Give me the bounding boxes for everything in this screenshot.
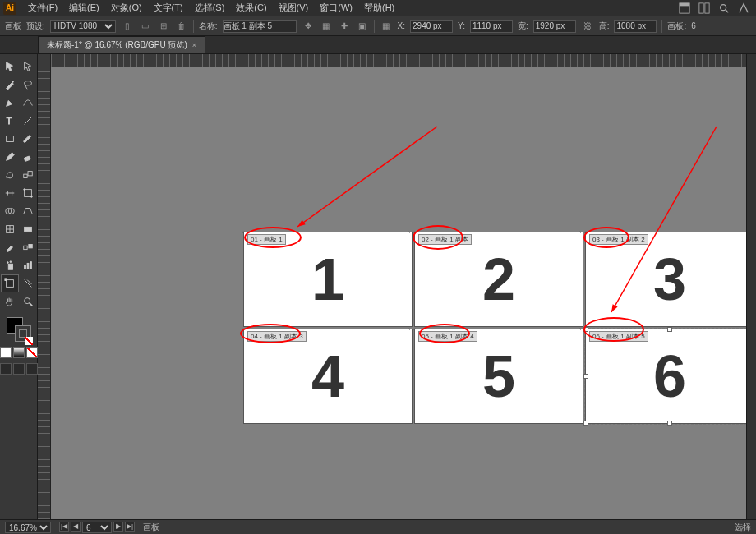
draw-normal-icon[interactable] <box>0 363 12 375</box>
draw-behind-icon[interactable] <box>13 363 25 375</box>
svg-rect-11 <box>24 156 30 162</box>
canvas-area[interactable]: 01 - 画板 1⌜⌝102 - 画板 1 副本⌜⌝203 - 画板 1 副本 … <box>38 54 746 519</box>
reference-grid-icon[interactable]: ▦ <box>380 20 393 33</box>
svg-point-4 <box>721 4 726 10</box>
color-mode-solid[interactable] <box>0 347 12 358</box>
menu-help[interactable]: 帮助(H) <box>359 0 399 16</box>
rectangle-tool[interactable] <box>1 130 19 148</box>
menu-view[interactable]: 视图(V) <box>274 0 314 16</box>
svg-rect-12 <box>23 174 26 177</box>
ruler-origin[interactable] <box>38 54 51 67</box>
show-safe-icon[interactable]: ▣ <box>356 20 369 33</box>
w-input[interactable] <box>533 20 576 33</box>
rotate-tool[interactable] <box>1 166 19 184</box>
x-input[interactable] <box>410 20 453 33</box>
menu-type[interactable]: 文字(T) <box>149 0 188 16</box>
artboard-tool[interactable] <box>1 274 19 292</box>
menu-object[interactable]: 对象(O) <box>106 0 147 16</box>
nav-prev-button[interactable]: ◀ <box>71 522 81 532</box>
eyedropper-tool[interactable] <box>1 238 19 256</box>
resize-handle[interactable] <box>667 421 672 426</box>
ruler-vertical[interactable] <box>38 67 51 519</box>
scale-tool[interactable] <box>19 166 37 184</box>
svg-text:T: T <box>6 116 12 126</box>
type-tool[interactable]: T <box>1 112 19 130</box>
artboard[interactable]: 03 - 画板 1 副本 2⌜⌝3 <box>585 232 746 327</box>
right-panel-dock[interactable] <box>746 54 756 519</box>
link-wh-icon[interactable]: ⛓ <box>581 20 594 33</box>
delete-artboard-icon[interactable]: 🗑 <box>175 20 188 33</box>
toolbox: T <box>0 54 38 519</box>
artboards-count-label: 画板: <box>667 21 686 32</box>
artboard[interactable]: 01 - 画板 1⌜⌝1 <box>243 232 413 327</box>
nav-first-button[interactable]: |◀ <box>59 522 69 532</box>
artboard[interactable]: 02 - 画板 1 副本⌜⌝2 <box>414 232 583 327</box>
svg-rect-28 <box>24 265 25 269</box>
preset-select[interactable]: HDTV 1080 <box>50 20 116 33</box>
draw-inside-icon[interactable] <box>26 363 38 375</box>
orientation-portrait-icon[interactable]: ▯ <box>121 20 134 33</box>
direct-selection-tool[interactable] <box>19 58 37 76</box>
menu-effect[interactable]: 效果(C) <box>231 0 271 16</box>
zoom-select[interactable]: 16.67% <box>5 522 51 533</box>
width-tool[interactable] <box>1 184 19 202</box>
resize-handle[interactable] <box>583 374 588 379</box>
artboard[interactable]: 05 - 画板 1 副本 4⌜⌝5 <box>414 329 583 424</box>
selection-tool[interactable] <box>1 58 19 76</box>
document-tab-bar: 未标题-1* @ 16.67% (RGB/GPU 预览) × <box>0 36 756 54</box>
search-icon[interactable] <box>717 1 731 16</box>
artboard[interactable]: 04 - 画板 1 副本 3⌜⌝4 <box>243 329 413 424</box>
document-tab[interactable]: 未标题-1* @ 16.67% (RGB/GPU 预览) × <box>38 36 205 53</box>
document-tab-title: 未标题-1* @ 16.67% (RGB/GPU 预览) <box>47 39 187 51</box>
zoom-tool[interactable] <box>19 292 37 311</box>
eraser-tool[interactable] <box>19 148 37 166</box>
resize-handle[interactable] <box>583 421 588 426</box>
hand-tool[interactable] <box>1 292 19 311</box>
shape-builder-tool[interactable] <box>1 202 19 220</box>
ref-point-icon[interactable]: ▦ <box>320 20 333 33</box>
arrange-documents-icon[interactable] <box>697 1 712 16</box>
artboard[interactable]: 06 - 画板 1 副本 5⌜⌝6 <box>585 329 746 424</box>
y-input[interactable] <box>470 20 513 33</box>
artboard-content-number: 4 <box>244 329 412 423</box>
blend-tool[interactable] <box>19 238 37 256</box>
orientation-landscape-icon[interactable]: ▭ <box>139 20 152 33</box>
artboards-count-value: 6 <box>691 21 696 30</box>
slice-tool[interactable] <box>19 274 37 292</box>
menu-window[interactable]: 窗口(W) <box>315 0 357 16</box>
nav-next-button[interactable]: ▶ <box>113 522 123 532</box>
lasso-tool[interactable] <box>19 76 37 94</box>
move-artwork-icon[interactable]: ✥ <box>302 20 315 33</box>
magic-wand-tool[interactable] <box>1 76 19 94</box>
menu-file[interactable]: 文件(F) <box>23 0 62 16</box>
free-transform-tool[interactable] <box>19 184 37 202</box>
curvature-tool[interactable] <box>19 94 37 112</box>
resize-handle[interactable] <box>667 327 672 332</box>
ruler-horizontal[interactable] <box>51 54 746 67</box>
color-mode-gradient[interactable] <box>13 347 25 358</box>
symbol-sprayer-tool[interactable] <box>1 256 19 274</box>
perspective-grid-tool[interactable] <box>19 202 37 220</box>
color-mode-none[interactable] <box>26 347 38 358</box>
h-input[interactable] <box>614 20 657 33</box>
sync-settings-icon[interactable] <box>736 1 751 16</box>
fill-stroke-swatches[interactable] <box>5 315 33 343</box>
pen-tool[interactable] <box>1 94 19 112</box>
mesh-tool[interactable] <box>1 220 19 238</box>
menu-edit[interactable]: 编辑(E) <box>64 0 104 16</box>
paintbrush-tool[interactable] <box>19 130 37 148</box>
line-tool[interactable] <box>19 112 37 130</box>
menu-select[interactable]: 选择(S) <box>190 0 230 16</box>
nav-last-button[interactable]: ▶| <box>125 522 135 532</box>
artboard-index-select[interactable]: 6 <box>82 522 112 533</box>
gradient-tool[interactable] <box>19 220 37 238</box>
column-graph-tool[interactable] <box>19 256 37 274</box>
resize-handle[interactable] <box>583 327 588 332</box>
viewport[interactable]: 01 - 画板 1⌜⌝102 - 画板 1 副本⌜⌝203 - 画板 1 副本 … <box>51 67 746 519</box>
show-cross-icon[interactable]: ✚ <box>338 20 351 33</box>
workspace-switcher-icon[interactable] <box>677 1 692 16</box>
artboard-name-input[interactable] <box>223 20 297 33</box>
new-artboard-icon[interactable]: ⊞ <box>157 20 170 33</box>
pencil-tool[interactable] <box>1 148 19 166</box>
close-tab-icon[interactable]: × <box>192 41 196 49</box>
